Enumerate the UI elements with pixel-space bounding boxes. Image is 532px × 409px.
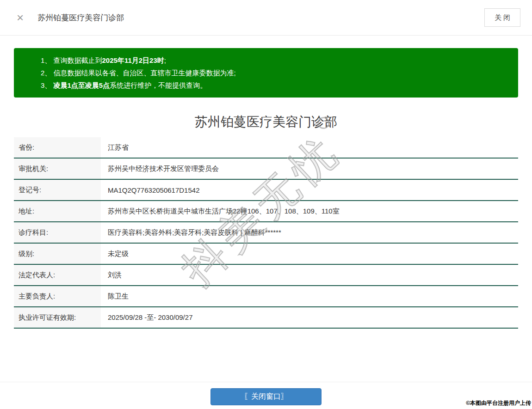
table-row: 地址:苏州市吴中区长桥街道吴中城市生活广场22幢106、107、108、109、… bbox=[14, 201, 518, 222]
row-label: 级别: bbox=[14, 244, 101, 264]
copyright-watermark: ©本图由平台注册用户上传 bbox=[466, 399, 531, 407]
close-window-button[interactable]: 〖关闭窗口〗 bbox=[210, 388, 322, 405]
notice-line: 3、 凌晨1点至凌晨5点系统进行维护，不能提供查询。 bbox=[41, 79, 509, 92]
row-label: 省份: bbox=[14, 137, 101, 158]
notice-text-segment: 2025年11月2日23时 bbox=[102, 56, 164, 64]
row-value: 医疗美容科;美容外科;美容牙科;美容皮肤科 | 麻醉科****** bbox=[101, 222, 518, 243]
row-label: 地址: bbox=[14, 201, 101, 221]
table-row: 执业许可证有效期:2025/09/28 -至- 2030/09/27 bbox=[14, 307, 518, 329]
row-label: 登记号: bbox=[14, 180, 101, 200]
table-row: 主要负责人:陈卫生 bbox=[14, 286, 518, 307]
row-value: 陈卫生 bbox=[101, 286, 518, 306]
notice-text-segment: 3、 bbox=[41, 81, 54, 89]
header-close-button[interactable]: 关 闭 bbox=[484, 8, 520, 27]
notice-line: 1、 查询数据截止到2025年11月2日23时; bbox=[41, 54, 509, 67]
row-label: 法定代表人: bbox=[14, 265, 101, 285]
table-row: 级别:未定级 bbox=[14, 244, 518, 265]
notice-text-segment: ; bbox=[164, 56, 166, 64]
notice-text-segment: 系统进行维护，不能提供查询。 bbox=[110, 81, 207, 89]
notice-text-segment: 凌晨1点至凌晨5点 bbox=[54, 81, 110, 89]
notice-text-segment: 1、 查询数据截止到 bbox=[41, 56, 102, 64]
notice-line: 2、 信息数据结果以各省、自治区、直辖市卫生健康委数据为准; bbox=[41, 67, 509, 79]
header-title: 苏州铂蔓医疗美容门诊部 bbox=[37, 12, 124, 23]
row-value: 苏州市吴中区长桥街道吴中城市生活广场22幢106、107、108、109、110… bbox=[101, 201, 518, 221]
row-label: 主要负责人: bbox=[14, 286, 101, 306]
table-row: 诊疗科目:医疗美容科;美容外科;美容牙科;美容皮肤科 | 麻醉科****** bbox=[14, 222, 518, 244]
row-value: 2025/09/28 -至- 2030/09/27 bbox=[101, 307, 518, 328]
row-value: 苏州吴中经济技术开发区管理委员会 bbox=[101, 159, 518, 179]
row-label: 审批机关: bbox=[14, 159, 101, 179]
row-value: MA1Q2Q77632050617D1542 bbox=[101, 180, 518, 200]
footer-divider bbox=[0, 382, 532, 382]
notice-text-segment: 2、 信息数据结果以各省、自治区、直辖市卫生健康委数据为准; bbox=[41, 69, 236, 77]
table-row: 省份:江苏省 bbox=[14, 137, 518, 159]
row-label: 执业许可证有效期: bbox=[14, 307, 101, 328]
notice-box: 1、 查询数据截止到2025年11月2日23时;2、 信息数据结果以各省、自治区… bbox=[14, 48, 518, 98]
row-value: 未定级 bbox=[101, 244, 518, 264]
row-label: 诊疗科目: bbox=[14, 222, 101, 243]
table-row: 登记号:MA1Q2Q77632050617D1542 bbox=[14, 180, 518, 201]
table-row: 审批机关:苏州吴中经济技术开发区管理委员会 bbox=[14, 159, 518, 180]
row-value: 刘洪 bbox=[101, 265, 518, 285]
facility-title: 苏州铂蔓医疗美容门诊部 bbox=[0, 114, 532, 129]
detail-table: 省份:江苏省审批机关:苏州吴中经济技术开发区管理委员会登记号:MA1Q2Q776… bbox=[14, 137, 518, 329]
table-row: 法定代表人:刘洪 bbox=[14, 265, 518, 286]
close-icon[interactable]: × bbox=[17, 12, 24, 24]
row-value: 江苏省 bbox=[101, 137, 518, 158]
header-bar: × 苏州铂蔓医疗美容门诊部 关 闭 bbox=[0, 0, 532, 36]
